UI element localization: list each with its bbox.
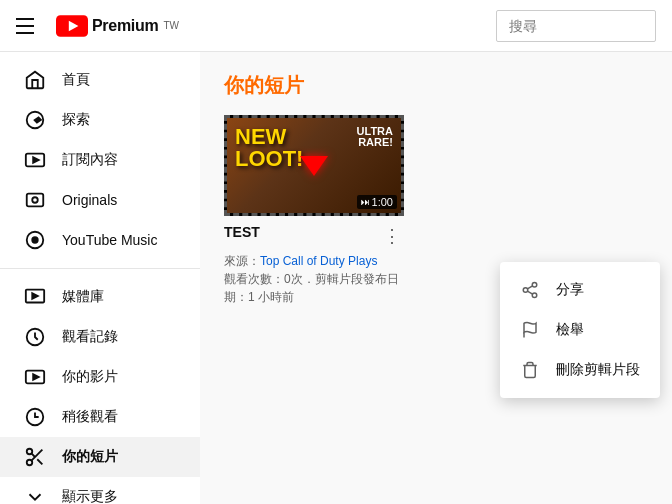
svg-marker-14 bbox=[33, 374, 39, 380]
header: PremiumTW bbox=[0, 0, 672, 52]
sidebar-item-history[interactable]: 觀看記錄 bbox=[0, 317, 200, 357]
sidebar-item-watch-later-label: 稍後觀看 bbox=[62, 408, 118, 426]
search-box[interactable] bbox=[496, 10, 656, 42]
watch-later-icon bbox=[24, 406, 46, 428]
sidebar-item-your-clips-label: 你的短片 bbox=[62, 448, 118, 466]
context-menu: 分享 檢舉 bbox=[500, 262, 660, 398]
sidebar-item-show-more-label: 顯示更多 bbox=[62, 488, 118, 504]
video-title: TEST bbox=[224, 224, 380, 240]
svg-marker-3 bbox=[33, 116, 42, 123]
history-icon bbox=[24, 326, 46, 348]
sidebar-item-history-label: 觀看記錄 bbox=[62, 328, 118, 346]
library-icon bbox=[24, 286, 46, 308]
video-card: NEW LOOT! ULTRA RARE! ⏭ 1:00 bbox=[224, 115, 404, 310]
sidebar-divider bbox=[0, 268, 200, 269]
svg-marker-5 bbox=[33, 157, 39, 163]
logo-text: Premium bbox=[92, 17, 158, 35]
svg-line-24 bbox=[527, 291, 532, 294]
sidebar-item-home-label: 首頁 bbox=[62, 71, 90, 89]
svg-point-17 bbox=[27, 460, 33, 466]
explore-icon bbox=[24, 109, 46, 131]
svg-point-22 bbox=[523, 288, 528, 293]
duration-badge: ⏭ 1:00 bbox=[357, 195, 397, 209]
svg-point-9 bbox=[32, 237, 38, 243]
header-left: PremiumTW bbox=[16, 14, 496, 38]
source-label: 來源： bbox=[224, 254, 260, 268]
search-input[interactable] bbox=[509, 18, 643, 34]
sidebar-item-subscriptions[interactable]: 訂閱內容 bbox=[0, 140, 200, 180]
context-menu-report[interactable]: 檢舉 bbox=[500, 310, 660, 350]
sidebar-item-show-more[interactable]: 顯示更多 bbox=[0, 477, 200, 504]
arrow-down-icon bbox=[300, 156, 328, 176]
sidebar-item-library-label: 媒體庫 bbox=[62, 288, 104, 306]
tw-badge: TW bbox=[163, 20, 179, 31]
section-title: 你的短片 bbox=[224, 72, 648, 99]
svg-point-23 bbox=[532, 293, 537, 298]
sidebar-item-subscriptions-label: 訂閱內容 bbox=[62, 151, 118, 169]
hamburger-menu-button[interactable] bbox=[16, 14, 40, 38]
subscriptions-icon bbox=[24, 149, 46, 171]
video-meta: 來源：Top Call of Duty Plays 觀看次數：0次．剪輯片段發布… bbox=[224, 252, 404, 306]
svg-point-7 bbox=[32, 197, 38, 203]
thumbnail-new-loot: NEW LOOT! bbox=[235, 126, 303, 170]
video-info: TEST ⋮ 來源：Top Call of Duty Plays 觀看次數：0次… bbox=[224, 216, 404, 310]
rare-text: RARE! bbox=[357, 137, 393, 148]
duration-icon: ⏭ bbox=[361, 197, 370, 207]
sidebar-item-your-videos-label: 你的影片 bbox=[62, 368, 118, 386]
sidebar-item-explore[interactable]: 探索 bbox=[0, 100, 200, 140]
sidebar-item-watch-later[interactable]: 稍後觀看 bbox=[0, 397, 200, 437]
content-area: 你的短片 NEW LOOT! ULTRA RARE! bbox=[200, 52, 672, 504]
share-icon bbox=[520, 280, 540, 300]
sidebar-item-your-clips[interactable]: 你的短片 bbox=[0, 437, 200, 477]
context-menu-share[interactable]: 分享 bbox=[500, 270, 660, 310]
video-title-row: TEST ⋮ bbox=[224, 224, 404, 248]
new-text: NEW bbox=[235, 126, 303, 148]
your-videos-icon bbox=[24, 366, 46, 388]
trash-icon bbox=[520, 360, 540, 380]
music-icon bbox=[24, 229, 46, 251]
svg-marker-11 bbox=[32, 293, 38, 299]
svg-point-21 bbox=[532, 283, 537, 288]
sidebar-item-originals[interactable]: Originals bbox=[0, 180, 200, 220]
sidebar-item-your-videos[interactable]: 你的影片 bbox=[0, 357, 200, 397]
sidebar-item-originals-label: Originals bbox=[62, 192, 117, 208]
sidebar-item-explore-label: 探索 bbox=[62, 111, 90, 129]
svg-line-20 bbox=[31, 453, 35, 457]
svg-rect-6 bbox=[27, 194, 44, 207]
sidebar-item-youtube-music[interactable]: YouTube Music bbox=[0, 220, 200, 260]
youtube-logo bbox=[56, 15, 88, 37]
sidebar-item-home[interactable]: 首頁 bbox=[0, 60, 200, 100]
loot-text: LOOT! bbox=[235, 148, 303, 170]
svg-line-19 bbox=[37, 459, 42, 464]
svg-point-16 bbox=[27, 449, 33, 455]
context-menu-delete-label: 刪除剪輯片段 bbox=[556, 361, 640, 379]
scissors-icon bbox=[24, 446, 46, 468]
more-options-button[interactable]: ⋮ bbox=[380, 224, 404, 248]
context-menu-delete[interactable]: 刪除剪輯片段 bbox=[500, 350, 660, 390]
header-right bbox=[496, 10, 656, 42]
source-value: Top Call of Duty Plays bbox=[260, 254, 377, 268]
logo-area: PremiumTW bbox=[56, 15, 179, 37]
duration-text: 1:00 bbox=[372, 196, 393, 208]
sidebar-item-library[interactable]: 媒體庫 bbox=[0, 277, 200, 317]
chevron-down-icon bbox=[24, 486, 46, 504]
context-menu-report-label: 檢舉 bbox=[556, 321, 584, 339]
svg-line-25 bbox=[527, 286, 532, 289]
ultra-rare: ULTRA RARE! bbox=[357, 126, 393, 148]
flag-icon bbox=[520, 320, 540, 340]
sidebar: 首頁 探索 訂閱內容 bbox=[0, 52, 200, 504]
home-icon bbox=[24, 69, 46, 91]
context-menu-share-label: 分享 bbox=[556, 281, 584, 299]
views-label: 觀看次數：0次． bbox=[224, 272, 315, 286]
thumbnail-container[interactable]: NEW LOOT! ULTRA RARE! ⏭ 1:00 bbox=[224, 115, 404, 216]
main-layout: 首頁 探索 訂閱內容 bbox=[0, 52, 672, 504]
originals-icon bbox=[24, 189, 46, 211]
sidebar-item-youtube-music-label: YouTube Music bbox=[62, 232, 157, 248]
